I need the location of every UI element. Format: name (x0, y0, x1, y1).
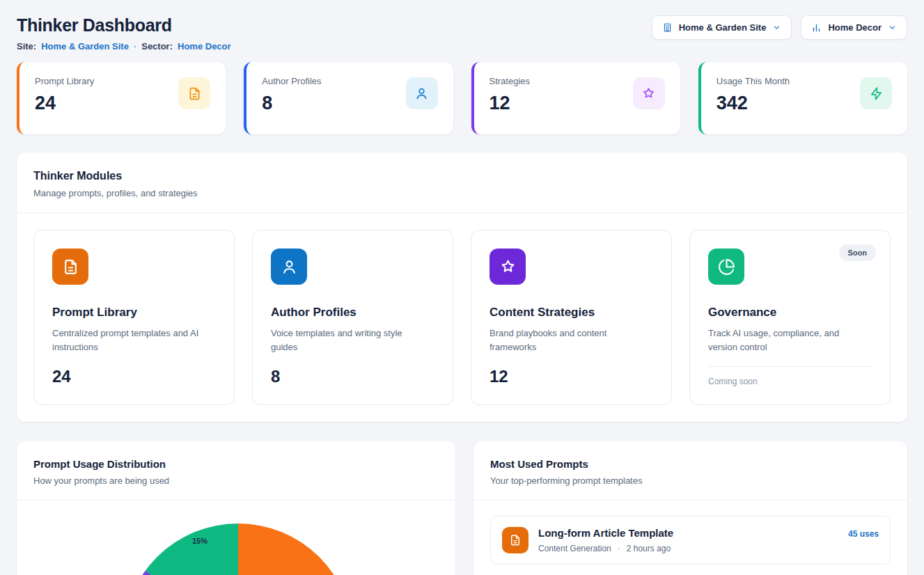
stat-value: 342 (717, 93, 790, 114)
prompt-usage-card: Prompt Usage Distribution How your promp… (17, 441, 455, 575)
stat-value: 12 (490, 93, 531, 114)
modules-header: Thinker Modules Manage prompts, profiles… (17, 152, 907, 213)
stat-label: Strategies (490, 76, 531, 86)
modules-grid: Prompt Library Centralized prompt templa… (17, 213, 907, 422)
module-count: 12 (490, 367, 653, 386)
most-used-prompts-card: Most Used Prompts Your top-performing pr… (473, 441, 907, 575)
header-text: Thinker Dashboard Site: Home & Garden Si… (17, 15, 231, 52)
most-used-subtitle: Your top-performing prompt templates (490, 475, 891, 486)
donut-chart-area: 15% (17, 501, 455, 575)
lightning-icon (860, 77, 892, 109)
module-card-content-strategies[interactable]: Content Strategies Brand playbooks and c… (471, 230, 672, 405)
stat-value: 24 (35, 93, 94, 114)
meta-separator: · (618, 544, 620, 553)
document-icon (52, 249, 88, 285)
module-description: Brand playbooks and content frameworks (490, 326, 653, 354)
stat-value: 8 (262, 93, 321, 114)
usage-title: Prompt Usage Distribution (33, 458, 439, 470)
prompt-info: Long-form Article Template Content Gener… (538, 527, 838, 553)
usage-subtitle: How your prompts are being used (33, 475, 439, 486)
header-selectors: Home & Garden Site Home Decor (652, 15, 907, 40)
user-icon (271, 249, 307, 285)
stat-text: Strategies 12 (490, 76, 531, 120)
prompt-list: Long-form Article Template Content Gener… (473, 501, 907, 575)
coming-soon-note: Coming soon (708, 366, 872, 386)
dashboard-page: Thinker Dashboard Site: Home & Garden Si… (0, 0, 924, 575)
stat-text: Prompt Library 24 (35, 76, 94, 120)
thinker-modules-panel: Thinker Modules Manage prompts, profiles… (17, 152, 907, 422)
module-title: Governance (708, 306, 872, 320)
module-title: Prompt Library (52, 306, 216, 320)
most-used-title: Most Used Prompts (490, 458, 891, 470)
user-icon (406, 77, 438, 109)
stat-text: Author Profiles 8 (262, 76, 321, 120)
building-icon (662, 22, 673, 33)
module-count: 24 (52, 367, 216, 386)
breadcrumb-separator: · (134, 41, 136, 52)
module-count: 8 (271, 367, 434, 386)
bar-chart-icon (811, 22, 822, 33)
sector-selector-label: Home Decor (828, 22, 882, 33)
document-icon (178, 77, 210, 109)
modules-title: Thinker Modules (33, 170, 891, 182)
uses-badge: 45 uses (848, 529, 879, 539)
top-bar: Thinker Dashboard Site: Home & Garden Si… (17, 15, 907, 52)
modules-subtitle: Manage prompts, profiles, and strategies (33, 188, 891, 198)
page-title: Thinker Dashboard (17, 15, 231, 36)
chevron-down-icon (772, 23, 781, 32)
stat-cards-row: Prompt Library 24 Author Profiles 8 Stra… (17, 62, 907, 134)
usage-header: Prompt Usage Distribution How your promp… (17, 441, 455, 501)
pie-chart-icon (708, 249, 744, 285)
stat-card-usage: Usage This Month 342 (698, 62, 907, 134)
prompt-title: Long-form Article Template (538, 527, 838, 539)
stat-label: Usage This Month (717, 76, 790, 86)
module-card-author-profiles[interactable]: Author Profiles Voice templates and writ… (252, 230, 453, 405)
stat-label: Prompt Library (35, 76, 94, 86)
stat-card-strategies: Strategies 12 (471, 62, 680, 134)
module-title: Author Profiles (271, 306, 434, 320)
stat-text: Usage This Month 342 (717, 76, 790, 120)
site-label: Site: (17, 41, 36, 52)
most-used-header: Most Used Prompts Your top-performing pr… (473, 441, 907, 501)
module-description: Voice templates and writing style guides (271, 326, 434, 354)
stat-card-author-profiles: Author Profiles 8 (244, 62, 453, 134)
prompt-meta: Content Generation · 2 hours ago (538, 544, 838, 553)
donut-segment-label: 15% (192, 537, 207, 545)
prompt-category: Content Generation (538, 544, 611, 553)
usage-donut (123, 523, 353, 575)
module-card-prompt-library[interactable]: Prompt Library Centralized prompt templa… (33, 230, 235, 405)
module-description: Centralized prompt templates and AI inst… (52, 326, 216, 354)
prompt-time: 2 hours ago (627, 544, 671, 553)
sparkle-star-icon (490, 249, 526, 285)
site-selector-dropdown[interactable]: Home & Garden Site (652, 15, 792, 40)
module-description: Track AI usage, compliance, and version … (708, 326, 872, 354)
stat-card-prompt-library: Prompt Library 24 (17, 62, 226, 134)
document-icon (502, 527, 528, 553)
site-selector-label: Home & Garden Site (679, 22, 767, 33)
bottom-row: Prompt Usage Distribution How your promp… (17, 441, 907, 575)
module-title: Content Strategies (490, 306, 653, 320)
list-item-long-form-article[interactable]: Long-form Article Template Content Gener… (490, 516, 891, 565)
sector-link[interactable]: Home Decor (178, 41, 231, 52)
soon-badge: Soon (839, 244, 877, 261)
sparkle-star-icon (633, 77, 665, 109)
sector-label: Sector: (141, 41, 173, 52)
stat-label: Author Profiles (262, 76, 321, 86)
module-card-governance[interactable]: Soon Governance Track AI usage, complian… (689, 230, 891, 405)
breadcrumb: Site: Home & Garden Site · Sector: Home … (17, 41, 231, 52)
sector-selector-dropdown[interactable]: Home Decor (801, 15, 907, 40)
chevron-down-icon (888, 23, 897, 32)
site-link[interactable]: Home & Garden Site (41, 41, 129, 52)
